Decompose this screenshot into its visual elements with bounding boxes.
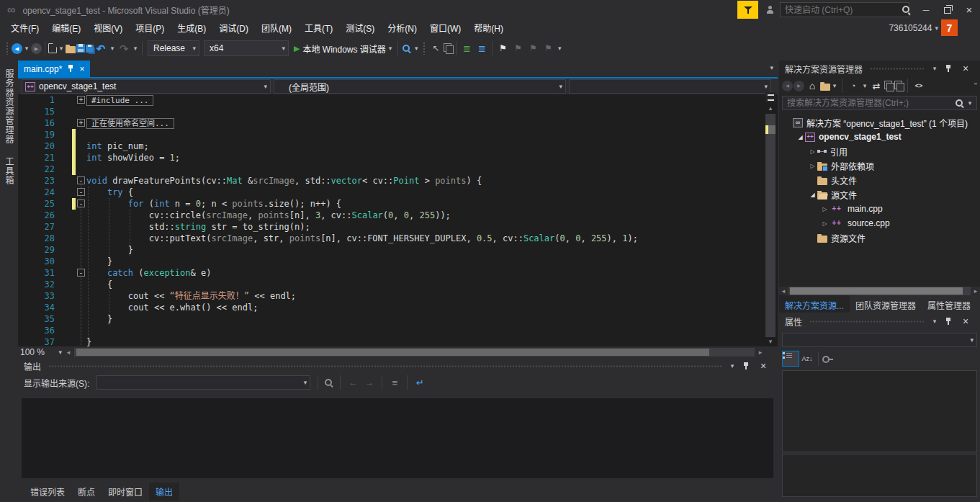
menu-item-11[interactable]: 帮助(H) bbox=[467, 19, 510, 36]
pin-icon[interactable] bbox=[945, 65, 952, 73]
scroll-right-icon[interactable]: ▸ bbox=[756, 349, 765, 356]
properties-grid[interactable] bbox=[782, 370, 977, 452]
menu-item-1[interactable]: 编辑(E) bbox=[45, 19, 87, 36]
horizontal-scroll-thumb[interactable] bbox=[76, 349, 709, 356]
quick-launch-input[interactable] bbox=[781, 5, 901, 15]
chevron-down-icon[interactable]: ▾ bbox=[931, 61, 938, 76]
horizontal-scroll-track[interactable] bbox=[74, 348, 755, 357]
tree-expander-icon[interactable]: ◢ bbox=[808, 192, 817, 198]
code-line-22[interactable]: 22 bbox=[18, 163, 778, 175]
collapsed-region[interactable]: #include ... bbox=[86, 95, 153, 106]
properties-object-combo[interactable]: ▾ bbox=[782, 333, 977, 347]
tree-item-2[interactable]: ▷引用 bbox=[779, 144, 980, 158]
menu-item-5[interactable]: 调试(D) bbox=[212, 19, 255, 36]
menu-item-9[interactable]: 分析(N) bbox=[381, 19, 423, 36]
next-bookmark-icon[interactable]: ⚑ bbox=[526, 41, 540, 55]
tree-item-5[interactable]: ◢源文件 bbox=[779, 187, 980, 202]
bottom-tab-1[interactable]: 断点 bbox=[71, 483, 102, 501]
feedback-person-icon[interactable] bbox=[765, 6, 774, 14]
nav-project-combo[interactable]: +‌+ opencv_stage1_test ▾ bbox=[22, 79, 271, 94]
find-message-icon[interactable] bbox=[323, 377, 335, 388]
sol-forward-icon[interactable]: ▶ bbox=[794, 81, 804, 91]
word-wrap-icon[interactable]: ↵ bbox=[413, 375, 427, 390]
save-all-icon[interactable] bbox=[86, 45, 94, 53]
configuration-combo[interactable]: Release▾ bbox=[148, 40, 199, 56]
bottom-tab-2[interactable]: 即时窗口 bbox=[102, 483, 149, 501]
tree-item-7[interactable]: ▷++source.cpp bbox=[779, 216, 980, 230]
panel-tab-2[interactable]: 属性管理器 bbox=[922, 295, 976, 313]
tree-expander-icon[interactable]: ▷ bbox=[808, 163, 817, 169]
side-tab-1[interactable]: 工具箱 bbox=[3, 153, 15, 189]
pin-icon[interactable] bbox=[742, 362, 750, 370]
new-file-icon[interactable] bbox=[48, 43, 57, 53]
next-message-icon[interactable]: → bbox=[362, 375, 377, 390]
code-line-15[interactable]: 15 bbox=[18, 106, 778, 117]
comment-lines-icon[interactable]: ≣ bbox=[459, 41, 474, 55]
tab-main-cpp[interactable]: main.cpp* × bbox=[18, 60, 90, 77]
tree-item-3[interactable]: ▷外部依赖项 bbox=[779, 158, 980, 173]
menu-item-7[interactable]: 工具(T) bbox=[298, 19, 339, 36]
solution-search-box[interactable]: ▾ bbox=[782, 96, 977, 110]
close-button[interactable]: × bbox=[958, 0, 980, 19]
sol-back-icon[interactable]: ◀ bbox=[782, 81, 793, 91]
code-line-19[interactable]: 19 bbox=[18, 129, 778, 140]
code-line-24[interactable]: 24- try { bbox=[18, 187, 778, 198]
feedback-filter-button[interactable] bbox=[737, 1, 758, 19]
code-line-28[interactable]: 28 cv::putText(srcImage, str, points[n],… bbox=[18, 233, 778, 244]
chevron-down-icon[interactable]: ▾ bbox=[23, 41, 30, 55]
pin-icon[interactable] bbox=[945, 318, 952, 326]
solution-explorer-title-row[interactable]: 解决方案资源管理器 ▾× bbox=[779, 60, 980, 76]
back-icon[interactable]: ◀ bbox=[12, 43, 22, 54]
close-small-icon[interactable]: × bbox=[958, 61, 973, 76]
tree-expander-icon[interactable]: ▷ bbox=[808, 148, 817, 155]
fold-collapse-icon[interactable]: - bbox=[77, 269, 85, 277]
editor-vertical-scrollbar[interactable]: ▴ ▾ bbox=[765, 92, 776, 346]
close-small-icon[interactable]: × bbox=[958, 314, 973, 328]
menu-item-0[interactable]: 文件(F) bbox=[4, 19, 45, 36]
code-line-33[interactable]: 33 cout << “特征点显示失败！” << endl; bbox=[18, 290, 778, 302]
vertical-scroll-thumb[interactable] bbox=[765, 125, 776, 134]
fold-collapse-icon[interactable]: - bbox=[77, 188, 85, 196]
output-source-combo[interactable]: ▾ bbox=[96, 375, 310, 390]
bottom-tab-3[interactable]: 输出 bbox=[149, 483, 179, 501]
vertical-scroll-track[interactable] bbox=[765, 114, 776, 337]
menu-item-6[interactable]: 团队(M) bbox=[255, 19, 298, 36]
menu-item-2[interactable]: 视图(V) bbox=[87, 19, 129, 36]
platform-combo[interactable]: x64▾ bbox=[204, 40, 289, 56]
open-folder-icon[interactable] bbox=[66, 46, 76, 53]
view-code-icon[interactable]: <> bbox=[912, 79, 926, 93]
collapsed-region[interactable]: 正在使用命名空间... bbox=[86, 118, 174, 129]
code-line-23[interactable]: 23-void drawFeaturePoints(cv::Mat &srcIm… bbox=[18, 175, 778, 187]
chevron-down-icon[interactable]: ▾ bbox=[831, 79, 838, 93]
categorized-icon[interactable] bbox=[782, 351, 799, 367]
chevron-down-icon[interactable]: ▾ bbox=[556, 41, 563, 55]
fold-collapse-icon[interactable]: - bbox=[77, 176, 85, 184]
scroll-left-icon[interactable]: ◂ bbox=[779, 287, 788, 295]
panel-tab-1[interactable]: 团队资源管理器 bbox=[850, 295, 922, 313]
scroll-left-icon[interactable]: ◂ bbox=[64, 349, 73, 356]
small-search-icon[interactable] bbox=[954, 98, 966, 109]
tab-pin-icon[interactable] bbox=[67, 65, 74, 73]
prev-message-icon[interactable]: ← bbox=[346, 375, 360, 390]
undo-icon[interactable]: ↶ bbox=[94, 41, 108, 55]
chevron-down-icon[interactable]: ▾ bbox=[389, 45, 392, 52]
solution-horizontal-scrollbar[interactable]: ◂ ▸ bbox=[779, 287, 980, 295]
avatar[interactable]: 7 bbox=[941, 19, 958, 36]
redo-icon[interactable]: ↷ bbox=[117, 41, 131, 55]
code-line-1[interactable]: 1+#include ... bbox=[18, 94, 778, 106]
close-small-icon[interactable]: × bbox=[756, 359, 770, 373]
chevron-down-icon[interactable]: ▾ bbox=[931, 314, 938, 328]
uncomment-lines-icon[interactable]: ≣ bbox=[475, 41, 489, 55]
chevron-down-icon[interactable]: ▾ bbox=[729, 359, 736, 373]
chevron-down-icon[interactable]: ▾ bbox=[966, 96, 974, 110]
code-line-25[interactable]: 25- for (int n = 0; n < points.size(); n… bbox=[18, 198, 778, 210]
chevron-down-icon[interactable]: ▾ bbox=[109, 41, 116, 55]
nav-scope-combo[interactable]: (全局范围) ▾ bbox=[274, 79, 566, 94]
code-line-29[interactable]: 29 } bbox=[18, 244, 778, 256]
scroll-right-icon[interactable]: ▸ bbox=[971, 287, 980, 295]
nav-member-combo[interactable]: ▾ bbox=[569, 79, 771, 94]
tree-item-1[interactable]: ◢++opencv_stage1_test bbox=[779, 130, 980, 144]
switch-views-icon[interactable] bbox=[820, 84, 830, 91]
code-line-20[interactable]: 20int pic_num; bbox=[18, 140, 778, 152]
find-in-files-icon[interactable] bbox=[401, 43, 412, 54]
